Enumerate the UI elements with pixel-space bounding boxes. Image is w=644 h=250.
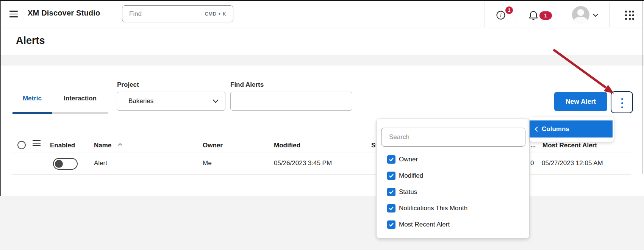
project-select-value: Bakeries — [128, 97, 212, 105]
checkbox-checked-icon[interactable] — [387, 204, 395, 212]
hamburger-menu-icon[interactable] — [9, 11, 18, 19]
checkbox-checked-icon[interactable] — [387, 188, 395, 196]
bell-badge: 1 — [539, 11, 552, 20]
find-shortcut: CMD + K — [205, 11, 226, 17]
row-most-recent: 05/27/2023 12:05 AM — [542, 159, 603, 167]
row-separator — [12, 174, 631, 175]
checkbox-checked-icon[interactable] — [387, 155, 395, 164]
info-icon[interactable]: i — [496, 11, 505, 20]
topbar-divider — [564, 2, 564, 27]
col-header-name[interactable]: Name — [94, 142, 111, 149]
col-header-modified[interactable]: Modified — [274, 142, 300, 149]
project-select[interactable]: Bakeries — [117, 92, 225, 111]
find-alerts-input[interactable] — [230, 92, 352, 111]
app-window: XM Discover Studio Find CMD + K i 1 1 Al… — [0, 0, 644, 250]
global-find-box[interactable]: Find CMD + K — [122, 5, 233, 22]
select-chevron-down-icon — [212, 99, 219, 103]
tab-inactive-underline — [52, 112, 108, 114]
background-strip — [0, 55, 644, 66]
columns-search-input[interactable] — [381, 128, 525, 147]
find-placeholder: Find — [129, 10, 205, 18]
background-bottom — [0, 196, 644, 250]
window-top-edge — [0, 0, 644, 1]
column-option-notifications[interactable]: Notifications This Month — [387, 204, 467, 212]
apps-grid-icon[interactable] — [625, 11, 634, 20]
find-alerts-label: Find Alerts — [230, 81, 264, 89]
tab-metric[interactable]: Metric — [13, 95, 52, 102]
tab-interaction[interactable]: Interaction — [52, 95, 108, 102]
topbar-divider — [516, 2, 516, 27]
sort-ascending-icon[interactable] — [117, 142, 123, 147]
col-header-owner[interactable]: Owner — [203, 142, 223, 149]
more-options-button[interactable] — [611, 91, 633, 113]
column-option-owner[interactable]: Owner — [387, 155, 418, 164]
info-badge: 1 — [505, 6, 513, 14]
row-notifications: 0 — [530, 159, 534, 167]
window-left-edge — [0, 0, 1, 196]
row-enabled-toggle[interactable] — [53, 158, 78, 170]
chevron-left-icon — [535, 126, 538, 132]
window-right-edge — [642, 0, 643, 174]
tab-active-underline — [13, 112, 52, 114]
app-title: XM Discover Studio — [28, 9, 100, 17]
column-option-status[interactable]: Status — [387, 188, 417, 196]
select-all-radio[interactable] — [17, 141, 26, 149]
col-header-notifications-truncated[interactable]: ... — [530, 142, 536, 149]
column-option-modified[interactable]: Modified — [387, 172, 423, 180]
columns-menu-item[interactable]: Columns — [530, 120, 613, 138]
avatar-chevron-down-icon[interactable] — [592, 12, 599, 18]
col-header-most-recent[interactable]: Most Recent Alert — [542, 142, 597, 149]
header-separator — [12, 153, 631, 153]
row-name[interactable]: Alert — [94, 159, 107, 167]
notifications-bell-icon[interactable] — [528, 10, 539, 20]
column-option-most-recent[interactable]: Most Recent Alert — [387, 220, 450, 229]
table-menu-icon[interactable] — [33, 140, 41, 148]
topbar-divider — [485, 2, 485, 27]
project-label: Project — [117, 81, 139, 89]
row-modified: 05/26/2023 3:45 PM — [274, 159, 332, 167]
col-header-enabled[interactable]: Enabled — [50, 142, 75, 149]
row-owner: Me — [203, 159, 212, 167]
new-alert-button[interactable]: New Alert — [554, 92, 607, 111]
svg-text:i: i — [500, 12, 502, 18]
checkbox-checked-icon[interactable] — [387, 172, 395, 180]
checkbox-checked-icon[interactable] — [387, 220, 395, 229]
avatar[interactable] — [572, 6, 589, 23]
page-header-bar — [0, 28, 644, 55]
topbar-divider — [609, 2, 610, 27]
page-title: Alerts — [16, 35, 45, 47]
